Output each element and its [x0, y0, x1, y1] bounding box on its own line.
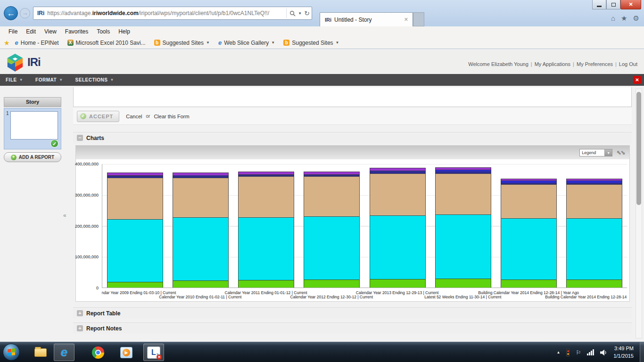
log-out-link[interactable]: Log Out — [619, 61, 637, 67]
chevron-down-icon: ▼ — [110, 78, 114, 82]
menu-tools[interactable]: Tools — [93, 27, 114, 36]
new-tab-button[interactable] — [413, 12, 424, 26]
charts-section-header[interactable]: − Charts — [73, 132, 632, 143]
action-center-flag-icon[interactable]: ⚐ — [576, 349, 581, 356]
legend-dropdown[interactable]: Legend ▼ — [579, 149, 612, 156]
favorites-star-icon[interactable]: ★ — [621, 14, 627, 23]
app-menu-file[interactable]: FILE▼ — [6, 77, 23, 82]
volume-icon[interactable] — [600, 349, 607, 356]
start-button[interactable] — [3, 344, 20, 361]
story-page-panel[interactable]: 1 ✓ — [4, 108, 61, 149]
sync-app-icon: L↻✕ — [147, 346, 160, 359]
home-icon[interactable]: ⌂ — [611, 14, 615, 23]
settings-gear-icon[interactable]: ⚙ — [633, 14, 639, 23]
clear-form-link[interactable]: Clear this Form — [154, 114, 189, 119]
tab-close-icon[interactable]: ✕ — [403, 16, 410, 23]
panel-close-button[interactable]: ✕ — [633, 76, 641, 84]
taskbar-internet-explorer[interactable]: e — [54, 344, 74, 361]
accept-button[interactable]: ✓ ACCEPT — [77, 111, 119, 122]
bar-5-segment-green — [435, 279, 491, 288]
menu-favorites[interactable]: Favorites — [61, 27, 92, 36]
favorite-excel[interactable]: X Microsoft Excel 2010 Savi... — [64, 39, 149, 47]
address-bar[interactable]: IRi https://advantage.iriworldwide.com/i… — [33, 7, 312, 20]
page-number: 1 — [6, 111, 9, 116]
my-applications-link[interactable]: My Applications — [535, 61, 570, 67]
x-axis-label-5: Latest 52 Weeks Ending 11-30-14 | Curren… — [424, 295, 501, 299]
taskbar-sync-app[interactable]: L↻✕ — [143, 344, 164, 361]
taskbar-clock[interactable]: 3:49 PM 1/1/2015 — [613, 345, 634, 360]
window-minimize-button[interactable] — [592, 0, 606, 9]
tray-status-icon[interactable] — [566, 349, 570, 356]
story-tab[interactable]: Story — [4, 97, 61, 107]
search-icon[interactable] — [289, 10, 296, 16]
welcome-text: Welcome Elizabeth Young — [468, 61, 528, 67]
separator: | — [573, 61, 574, 67]
report-table-section-header[interactable]: + Report Table — [73, 307, 632, 319]
y-tick-label: 100,000,000 — [75, 255, 99, 259]
stacked-bar-1[interactable] — [173, 164, 229, 288]
stacked-bar-4[interactable] — [370, 164, 426, 288]
favorite-suggested-sites-2[interactable]: b Suggested Sites ▼ — [280, 39, 342, 47]
app-menu-selections[interactable]: SELECTIONS▼ — [75, 77, 114, 82]
tray-show-hidden-icon[interactable]: ▲ — [556, 350, 560, 354]
stacked-bar-0[interactable] — [107, 164, 163, 288]
menu-view[interactable]: View — [41, 27, 60, 36]
bar-1-segment-cyan — [173, 217, 229, 280]
expand-chart-icon[interactable]: ⬉⬊ — [616, 149, 625, 156]
forward-button[interactable]: → — [20, 8, 30, 18]
chevron-down-icon[interactable]: ▼ — [605, 149, 612, 156]
menu-edit[interactable]: Edit — [22, 27, 40, 36]
stacked-bar-2[interactable] — [238, 164, 294, 288]
my-preferences-link[interactable]: My Preferences — [577, 61, 613, 67]
y-tick-label: 300,000,000 — [75, 193, 99, 197]
x-axis-label-7: Building Calendar Year 2014 Ending 12-28… — [545, 295, 627, 299]
add-report-button[interactable]: + ADD A REPORT — [4, 152, 61, 162]
report-thumbnail[interactable] — [10, 111, 58, 140]
suggested-sites-icon: b — [283, 40, 289, 46]
separator: | — [531, 61, 532, 67]
show-desktop-button[interactable] — [640, 342, 644, 362]
chevron-down-icon: ▼ — [19, 78, 23, 82]
refresh-icon[interactable]: ↻ — [304, 9, 310, 17]
favorite-web-slice-gallery[interactable]: e Web Slice Gallery ▼ — [215, 38, 278, 47]
url-text[interactable]: https://advantage.iriworldwide.com/iripo… — [47, 10, 286, 16]
chevron-down-icon: ▼ — [59, 78, 63, 82]
taskbar-chrome[interactable] — [88, 344, 108, 361]
cancel-link[interactable]: Cancel — [126, 114, 142, 119]
menu-file[interactable]: File — [5, 27, 21, 36]
iri-cube-icon — [7, 53, 24, 72]
back-button[interactable]: ← — [4, 6, 18, 20]
add-favorite-icon[interactable]: ★ — [4, 39, 10, 47]
menu-help[interactable]: Help — [115, 27, 134, 36]
stacked-bar-5[interactable] — [435, 164, 491, 288]
page-scrollbar[interactable] — [636, 89, 642, 338]
scrollbar-thumb[interactable] — [636, 92, 641, 205]
windows-flag-icon — [8, 348, 15, 356]
expand-plus-icon[interactable]: + — [77, 310, 83, 316]
bar-3-segment-green — [304, 280, 360, 288]
favorite-suggested-sites-1[interactable]: b Suggested Sites ▼ — [151, 39, 213, 47]
stacked-bar-7[interactable] — [566, 164, 622, 288]
bar-4-segment-green — [370, 279, 426, 288]
collapse-minus-icon[interactable]: − — [77, 135, 83, 141]
report-notes-section-header[interactable]: + Report Notes — [73, 322, 632, 334]
bar-6-segment-cyan — [501, 218, 557, 280]
check-icon: ✓ — [80, 113, 86, 119]
browser-tab[interactable]: IRi Untitled - Story ✕ — [320, 12, 413, 26]
windows-taskbar: e ▶ L↻✕ ▲ ⚐ 3:49 PM 1/1/2015 — [0, 342, 644, 362]
window-close-button[interactable]: ✕ — [620, 0, 641, 9]
sidebar-collapse-icon[interactable]: « — [63, 212, 66, 219]
stacked-bar-3[interactable] — [304, 164, 360, 288]
app-menu-format[interactable]: FORMAT▼ — [35, 77, 63, 82]
taskbar-media-player[interactable]: ▶ — [116, 344, 137, 361]
or-text: or — [146, 114, 150, 119]
brand-name: IRi — [27, 56, 41, 69]
taskbar-explorer[interactable] — [30, 344, 51, 361]
favorite-home-epinet[interactable]: e Home - EPINet — [12, 38, 62, 47]
stacked-bar-6[interactable] — [501, 164, 557, 288]
address-dropdown-icon[interactable]: ▼ — [298, 11, 302, 16]
expand-plus-icon[interactable]: + — [77, 325, 83, 331]
network-icon[interactable] — [587, 349, 594, 355]
window-restore-button[interactable] — [606, 0, 620, 9]
y-tick-label: 400,000,000 — [75, 162, 99, 166]
